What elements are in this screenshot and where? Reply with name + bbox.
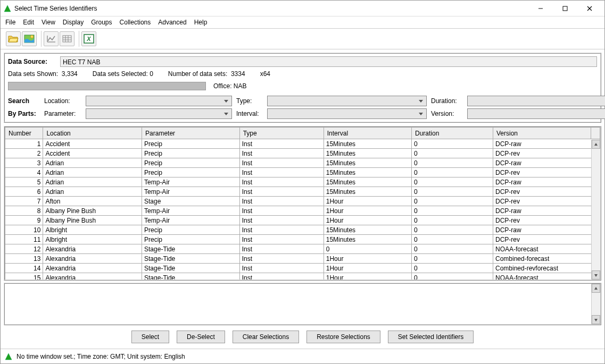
cell-interval: 1Hour	[324, 254, 411, 264]
cell-location: Accident	[43, 139, 142, 149]
cell-number: 14	[5, 264, 43, 273]
menu-file[interactable]: File	[3, 18, 18, 27]
clear-selections-button[interactable]: Clear Selections	[233, 331, 299, 343]
location-combo[interactable]	[86, 96, 232, 106]
cell-duration: 0	[412, 235, 493, 244]
cell-parameter: Stage-Tide	[142, 254, 240, 264]
table-row[interactable]: 14AlexandriaStage-TideInst1Hour0Combined…	[5, 264, 600, 273]
menu-collections[interactable]: Collections	[117, 18, 154, 27]
cell-number: 10	[5, 225, 43, 235]
cell-interval: 15Minutes	[324, 235, 411, 244]
cell-interval: 15Minutes	[324, 149, 411, 158]
table-row[interactable]: 13AlexandriaStage-TideInst1Hour0Combined…	[5, 254, 600, 264]
cell-location: Albany Pine Bush	[43, 206, 142, 216]
table-scrollbar[interactable]	[591, 140, 600, 280]
svg-marker-16	[594, 143, 598, 146]
cell-duration: 0	[412, 225, 493, 235]
table-row[interactable]: 4AdrianPrecipInst15Minutes0DCP-rev	[5, 168, 600, 177]
select-button[interactable]: Select	[131, 331, 169, 343]
cell-type: Inst	[239, 149, 324, 158]
cell-parameter: Precip	[142, 158, 240, 168]
cell-duration: 0	[412, 273, 493, 280]
table-row[interactable]: 11AlbrightPrecipInst15Minutes0DCP-rev	[5, 235, 600, 244]
maximize-button[interactable]	[558, 3, 573, 14]
cell-version: DCP-raw	[493, 177, 600, 187]
cell-interval: 15Minutes	[324, 177, 411, 187]
type-combo[interactable]	[267, 96, 427, 106]
table-row[interactable]: 12AlexandriaStage-TideInst00NOAA-forecas…	[5, 244, 600, 254]
office-value: NAB	[234, 82, 247, 90]
cell-version: DCP-rev	[493, 149, 600, 158]
cell-duration: 0	[412, 264, 493, 273]
menu-help[interactable]: Help	[192, 18, 210, 27]
cell-interval: 1Hour	[324, 216, 411, 225]
set-selected-identifiers-button[interactable]: Set Selected Identifiers	[388, 331, 474, 343]
col-duration[interactable]: Duration	[412, 128, 493, 139]
cell-interval: 1Hour	[324, 273, 411, 280]
cell-number: 1	[5, 139, 43, 149]
menu-display[interactable]: Display	[60, 18, 86, 27]
byparts-label: By Parts:	[8, 110, 40, 117]
table-row[interactable]: 2AccidentPrecipInst15Minutes0DCP-rev	[5, 149, 600, 158]
restore-selections-button[interactable]: Restore Selections	[306, 331, 380, 343]
table-row[interactable]: 8Albany Pine BushTemp-AirInst1Hour0DCP-r…	[5, 206, 600, 216]
table-button[interactable]	[60, 31, 74, 46]
cell-parameter: Temp-Air	[142, 187, 240, 197]
table-row[interactable]: 9Albany Pine BushTemp-AirInst1Hour0DCP-r…	[5, 216, 600, 225]
menu-edit[interactable]: Edit	[20, 18, 37, 27]
cell-version: DCP-raw	[493, 206, 600, 216]
cell-type: Inst	[239, 225, 324, 235]
scroll-up-icon[interactable]	[592, 284, 600, 293]
cell-number: 15	[5, 273, 43, 280]
scroll-down-icon[interactable]	[592, 270, 600, 280]
map-button[interactable]	[22, 31, 37, 46]
col-type[interactable]: Type	[239, 128, 324, 139]
cell-parameter: Temp-Air	[142, 177, 240, 187]
open-folder-button[interactable]	[6, 31, 21, 46]
chart-button[interactable]	[44, 31, 59, 46]
col-number[interactable]: Number	[5, 128, 43, 139]
cell-type: Inst	[239, 168, 324, 177]
cell-interval: 1Hour	[324, 206, 411, 216]
svg-point-6	[31, 36, 34, 38]
search-label: Search	[8, 97, 40, 105]
menu-groups[interactable]: Groups	[88, 18, 114, 27]
cell-location: Alexandria	[43, 244, 142, 254]
table-row[interactable]: 10AlbrightPrecipInst15Minutes0DCP-raw	[5, 225, 600, 235]
cell-parameter: Precip	[142, 139, 240, 149]
table-row[interactable]: 15AlexandriaStage-TideInst1Hour0NOAA-for…	[5, 273, 600, 280]
menu-view[interactable]: View	[39, 18, 58, 27]
cell-duration: 0	[412, 139, 493, 149]
col-interval[interactable]: Interval	[324, 128, 411, 139]
col-parameter[interactable]: Parameter	[142, 128, 240, 139]
deselect-button[interactable]: De-Select	[177, 331, 225, 343]
cell-version: DCP-rev	[493, 168, 600, 177]
cell-location: Albany Pine Bush	[43, 216, 142, 225]
data-table[interactable]: Number Location Parameter Type Interval …	[5, 127, 600, 280]
datasource-field[interactable]: HEC T7 NAB	[60, 56, 597, 67]
selection-scrollbar[interactable]	[591, 284, 600, 324]
col-location[interactable]: Location	[43, 128, 142, 139]
cell-parameter: Stage-Tide	[142, 273, 240, 280]
excel-button[interactable]: X	[81, 31, 96, 46]
cell-type: Inst	[239, 177, 324, 187]
svg-marker-17	[594, 274, 598, 277]
table-row[interactable]: 7AftonStageInst1Hour0DCP-rev	[5, 197, 600, 206]
version-combo[interactable]	[467, 108, 605, 119]
scroll-down-icon[interactable]	[592, 315, 600, 324]
table-row[interactable]: 5AdrianTemp-AirInst15Minutes0DCP-raw	[5, 177, 600, 187]
minimize-button[interactable]	[533, 3, 548, 14]
duration-combo[interactable]	[467, 96, 605, 106]
close-button[interactable]	[582, 3, 597, 14]
interval-combo[interactable]	[267, 108, 427, 119]
parameter-combo[interactable]	[86, 108, 232, 119]
table-row[interactable]: 6AdrianTemp-AirInst15Minutes0DCP-rev	[5, 187, 600, 197]
table-row[interactable]: 3AdrianPrecipInst15Minutes0DCP-raw	[5, 158, 600, 168]
cell-type: Inst	[239, 254, 324, 264]
menu-advanced[interactable]: Advanced	[155, 18, 189, 27]
duration-label: Duration:	[431, 97, 463, 105]
table-row[interactable]: 1AccidentPrecipInst15Minutes0DCP-raw	[5, 139, 600, 149]
cell-parameter: Precip	[142, 225, 240, 235]
scroll-up-icon[interactable]	[592, 140, 600, 149]
col-version[interactable]: Version	[493, 128, 591, 139]
